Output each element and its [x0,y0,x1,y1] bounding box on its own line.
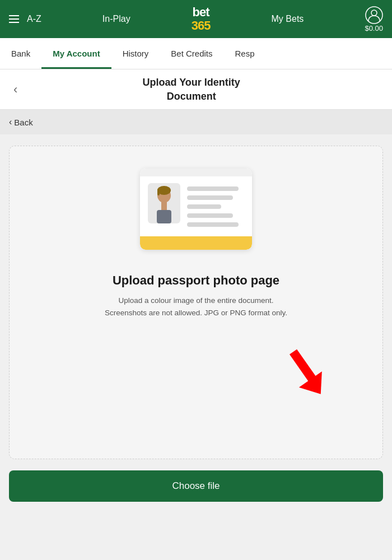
nav-left-group: A-Z [9,14,41,24]
logo-bet: bet [193,6,209,19]
top-nav: A-Z In-Play bet 365 My Bets $0.00 [0,0,392,38]
svg-rect-6 [161,202,167,210]
passport-line [187,222,239,227]
nav-account[interactable]: $0.00 [365,6,383,32]
person-icon [148,183,180,223]
svg-marker-8 [299,371,332,402]
passport-line [187,213,233,218]
arrow-icon [275,341,342,403]
nav-logo: bet 365 [192,6,211,32]
passport-card-bottom [140,236,252,250]
passport-lines [187,183,244,227]
svg-rect-5 [157,210,171,223]
svg-point-1 [371,10,377,16]
passport-line [187,195,233,200]
passport-illustration [140,169,252,255]
passport-line [187,186,239,191]
back-bar: ‹ Back [0,110,392,134]
tab-resp[interactable]: Resp [224,38,266,69]
svg-rect-7 [290,349,316,382]
back-label: Back [14,118,32,127]
back-link[interactable]: ‹ Back [9,117,33,127]
upload-description: Upload a colour image of the entire docu… [101,295,291,319]
tab-my-account[interactable]: My Account [41,38,111,69]
svg-rect-4 [157,189,160,195]
section-back-chevron[interactable]: ‹ [9,82,22,97]
upload-card: Upload passport photo page Upload a colo… [9,146,383,459]
choose-file-button[interactable]: Choose file [9,470,383,502]
section-header: ‹ Upload Your Identity Document [0,69,392,110]
nav-inplay-label[interactable]: In-Play [102,14,130,24]
main-content: Upload passport photo page Upload a colo… [0,134,392,513]
account-icon [365,6,383,24]
passport-card [140,169,252,250]
tab-history[interactable]: History [111,38,160,69]
back-chevron-icon: ‹ [9,117,12,127]
hamburger-icon[interactable] [9,15,19,23]
passport-photo [148,183,180,223]
upload-title: Upload passport photo page [113,273,279,288]
account-balance: $0.00 [365,24,383,32]
section-title: Upload Your Identity Document [22,76,383,103]
passport-line [187,204,221,209]
tabs-bar: Bank My Account History Bet Credits Resp [0,38,392,69]
passport-card-body [140,176,252,234]
tab-bank[interactable]: Bank [0,38,41,69]
arrow-container [27,341,365,403]
svg-point-0 [366,7,382,24]
logo-365: 365 [192,19,211,32]
nav-mybets-label[interactable]: My Bets [272,14,304,24]
nav-az-label[interactable]: A-Z [27,14,41,24]
tab-bet-credits[interactable]: Bet Credits [160,38,223,69]
passport-card-top [140,169,252,176]
